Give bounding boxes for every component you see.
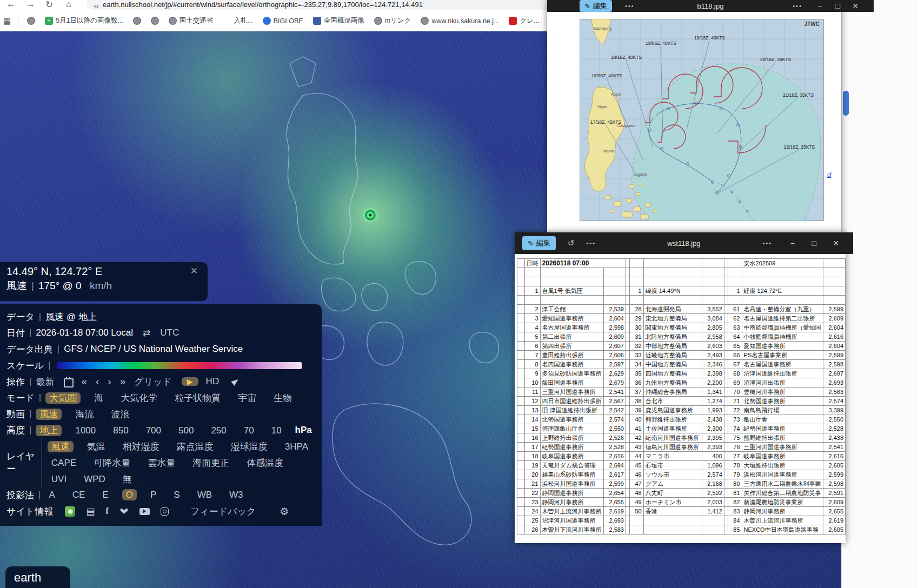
overlay-option[interactable]: 相対湿度 [119,441,163,452]
apps-grid-icon[interactable]: ▦ [3,16,11,26]
bookmark-item[interactable]: 5月1日以降の画像数... [42,15,127,27]
rotate-icon[interactable]: ↺ [568,238,575,248]
overlay-option[interactable]: 無 [119,473,136,485]
news-icon[interactable]: ▤ [86,506,95,517]
step-button[interactable]: ‹ [96,376,99,387]
reload-icon[interactable]: ↻ [45,0,53,10]
close-button[interactable]: ✕ [833,239,839,248]
minimize-button[interactable]: − [817,2,822,10]
more-menu[interactable]: ••• [762,240,772,246]
edit-button[interactable]: ✎編集 [522,236,556,250]
step-button[interactable]: « [81,376,87,387]
height-option[interactable]: 10 [268,425,285,436]
scale-row: スケール| [6,357,322,373]
bookmark-item[interactable]: mリンク [371,15,415,27]
back-icon[interactable]: ← [6,0,16,10]
play-button[interactable]: ▶ [182,377,198,386]
mode-option[interactable]: 宇宙 [234,392,260,404]
step-button[interactable]: › [108,376,111,387]
height-option[interactable]: 850 [109,425,132,436]
bookmark-item[interactable] [130,15,144,26]
home-icon[interactable]: ⌂ [66,0,71,10]
instagram-icon[interactable] [161,507,169,516]
projection-option[interactable]: A [45,489,58,500]
mode-option[interactable]: 粒子状物質 [171,392,224,404]
overlay-option[interactable]: CAPE [48,457,80,469]
more-menu[interactable]: ••• [793,3,802,9]
bookmark-item[interactable]: BIGLOBE [260,15,307,26]
forward-icon[interactable]: → [26,0,35,10]
bookmark-item[interactable]: www.nku.sakura.ne.j... [417,15,502,26]
projection-option[interactable]: W3 [225,489,247,500]
projection-option[interactable]: P [147,489,160,500]
projection-option[interactable]: O [122,489,137,500]
projection-option[interactable]: S [170,489,183,500]
earth-menu-button[interactable]: earth [5,566,70,588]
overlay-option[interactable]: 体感温度 [243,457,287,469]
locate-arrow-icon[interactable] [231,377,240,386]
bookmark-item[interactable]: 入札... [219,15,256,27]
anim-option[interactable]: 風速 [36,409,62,420]
projection-option[interactable]: WB [194,489,216,500]
overlay-option[interactable]: 可降水量 [90,457,134,469]
height-option[interactable]: 70 [240,425,258,436]
overlay-option[interactable]: 湿球温度 [227,441,271,452]
site-info-icon[interactable]: -o [93,0,98,10]
edit-button[interactable]: ✎編集 [580,0,612,12]
close-icon[interactable]: ✕ [190,265,198,277]
youtube-icon[interactable] [139,508,150,515]
overlay-option[interactable]: 露点温度 [173,441,217,452]
height-option[interactable]: 地上 [36,425,62,436]
overlay-option[interactable]: WPD [80,473,109,485]
feedback-link[interactable]: フィードバック [190,505,256,518]
settings-gear-icon[interactable]: ⚙ [280,505,289,518]
overlay-option[interactable]: UVI [48,473,70,485]
color-scale[interactable] [57,362,302,369]
maximize-button[interactable]: □ [812,239,816,248]
minimize-button[interactable]: − [790,239,795,248]
scrollbar-thumb[interactable] [843,91,849,116]
overlay-option[interactable]: 気温 [83,441,109,452]
url-bar[interactable]: -o earth.nullschool.net/jp/#current/wind… [87,0,562,10]
more-menu[interactable]: ••• [586,240,596,246]
overlay-option[interactable]: 風速 [48,441,74,452]
utc-toggle-icon[interactable]: ⇄ [143,328,150,339]
projection-option[interactable]: CE [69,489,89,500]
anim-option[interactable]: 海流 [71,409,97,420]
close-button[interactable]: ✕ [852,2,859,10]
bluesky-icon[interactable] [119,507,129,515]
mode-option[interactable]: 大気化学 [117,392,161,404]
bookmark-label: クレ... [520,16,539,25]
mode-option[interactable]: 大気圏 [45,392,81,404]
mode-option[interactable]: 海 [90,392,107,404]
overlay-option[interactable]: 3HPA [281,441,312,452]
projection-option[interactable]: E [98,489,112,500]
hd-button[interactable]: HD [206,376,219,387]
bookmark-item[interactable]: 国土交通省 [165,15,217,27]
bookmark-item[interactable] [148,15,162,26]
overlay-option[interactable]: 雲水量 [144,457,179,469]
bookmark-item[interactable] [24,15,38,26]
mufg-favicon-icon [509,17,517,25]
table-row: 6第四出張所2,60732中部地方整備局2,60365愛知国道事務所2,604 [517,342,846,351]
mode-option[interactable]: 生物 [270,392,296,404]
step-button[interactable]: » [120,376,126,387]
maximize-button[interactable]: □ [836,2,840,10]
latest-button[interactable]: 最新 [36,376,54,388]
utc-button[interactable]: UTC [160,328,179,338]
height-option[interactable]: 1000 [71,425,99,436]
grid-button[interactable]: グリッド [134,376,172,388]
overlay-option[interactable]: 海面更正 [189,457,233,469]
bookmark-item[interactable]: 全国概況画像 [310,15,368,27]
height-option[interactable]: 700 [142,425,165,436]
height-option[interactable]: 500 [175,425,197,436]
projection-row: 投影法| ACEEOPSWBW3 [6,487,322,503]
height-option[interactable]: 250 [207,425,230,436]
earth-app-icon[interactable]: ◉ [65,506,75,517]
anim-option[interactable]: 波浪 [107,409,133,420]
bookmark-item[interactable]: クレ... [505,15,542,27]
date-row: 日付| 2026-01-18 07:00 Local ⇄ UTC [6,325,322,341]
calendar-icon[interactable] [64,378,74,387]
more-menu[interactable]: ••• [625,3,635,9]
facebook-icon[interactable]: f [105,506,109,517]
